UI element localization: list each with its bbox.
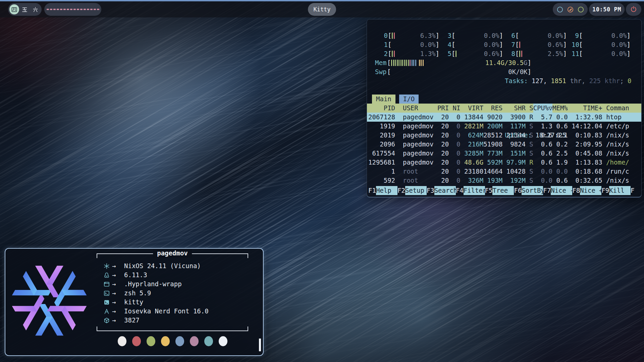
cpu-meter-4: 4[0.0%]	[444, 40, 508, 49]
column-header-pri[interactable]: PRI	[437, 104, 449, 113]
cell-ni: 0	[449, 140, 460, 149]
fn-key-f6[interactable]: F6SortBy	[514, 186, 543, 195]
cpu-meter-9: 9[0.0%]	[572, 31, 635, 40]
cell-mem: 0.0	[552, 113, 568, 122]
process-row[interactable]: 592root200326M193M192MS0.00.60:32.65/nix…	[367, 176, 642, 185]
cell-virt: 2821M	[461, 122, 484, 131]
workspace-6[interactable]	[31, 4, 40, 14]
cell-s: S	[526, 122, 533, 131]
column-header-res[interactable]: RES	[483, 104, 502, 113]
music-dash	[60, 9, 62, 10]
arrow-icon: →	[112, 261, 124, 270]
fn-key-f3[interactable]: F3Search	[427, 186, 456, 195]
cell-pri: 20	[437, 167, 449, 176]
cell-pri: 20	[437, 113, 449, 122]
column-header-cmd[interactable]: Comman	[602, 104, 642, 113]
swap-meter-label: Swp	[375, 67, 387, 76]
fn-key-f2[interactable]: F2Setup	[397, 186, 427, 195]
fn-key-f9[interactable]: F9Kill	[601, 186, 631, 195]
packages-icon	[103, 317, 112, 324]
fn-key-f[interactable]: F	[631, 186, 634, 195]
fn-key-f8[interactable]: F8Nice +	[572, 186, 601, 195]
fn-key-f1[interactable]: F1Help	[368, 186, 397, 195]
nightlight-indicator-icon[interactable]	[567, 6, 574, 13]
workspace-5[interactable]	[20, 4, 30, 14]
cpu-meter-2: 2[1.3%]	[380, 49, 444, 58]
cell-pri: 20	[437, 131, 449, 140]
cell-pri: 20	[437, 176, 449, 185]
arrow-icon: →	[112, 289, 124, 298]
workspace-4[interactable]	[9, 4, 19, 14]
column-header-shr[interactable]: SHR	[502, 104, 526, 113]
process-row[interactable]: 2067128pagedmov2001384490203900R5.70.01:…	[367, 113, 642, 122]
music-dash	[73, 9, 76, 10]
cell-cmd: /home/	[602, 158, 642, 167]
cell-cpu: 0.6	[533, 131, 552, 140]
cell-cmd: /nix/s	[602, 149, 642, 158]
cell-time: 0:18.68	[568, 167, 602, 176]
clock-label: 10:50 PM	[592, 6, 621, 13]
fetch-line-kernel: → 6.11.3	[103, 270, 209, 280]
fetch-line-terminal: → kitty	[103, 298, 209, 307]
column-header-pid[interactable]: PID	[368, 104, 395, 113]
process-row[interactable]: 617554pagedmov2003285M773M151MS0.62.50:4…	[367, 149, 642, 158]
cell-res: 193M	[483, 176, 502, 185]
cell-cmd: /etc/p	[602, 122, 642, 131]
process-row[interactable]: 1root200231801466410428S0.00.00:18.68/ru…	[367, 167, 642, 176]
cell-time: 1:32.98	[568, 113, 602, 122]
music-progress[interactable]	[44, 3, 101, 16]
cpu-meter-8: 8[2.5%]	[508, 49, 572, 58]
htop-window[interactable]: 0[6.3%]3[0.0%]6[0.0%]9[0.0%]1[0.0%]4[0.0…	[367, 19, 642, 198]
battery-indicator-icon[interactable]	[577, 6, 584, 13]
process-row[interactable]: 1295681pagedmov20048.6G592M97.9MR0.61.91…	[367, 158, 642, 167]
network-indicator-icon[interactable]	[556, 6, 564, 13]
fastfetch-window[interactable]: pagedmov → NixOS 24.11 (Vicuna) → 6.11.3	[5, 248, 264, 356]
cell-mem: 1.9	[552, 158, 568, 167]
music-dash	[57, 9, 59, 10]
clock: 10:50 PM	[589, 3, 625, 16]
music-dash	[70, 9, 72, 10]
cpu-meter-11: 11[0.0%]	[572, 49, 635, 58]
tab-io[interactable]: I/O	[399, 95, 419, 104]
cell-pri: 20	[437, 158, 449, 167]
status-bar: Kitty 10:50 PM	[0, 0, 644, 17]
column-header-user[interactable]: USER	[399, 104, 437, 113]
process-row[interactable]: 2019pagedmov200624M2851221344S0.60.10:10…	[367, 131, 642, 140]
power-icon	[630, 6, 637, 13]
cell-time: 0:10.83	[568, 131, 602, 140]
process-row[interactable]: 1919pagedmov2002821M200M117MS1.30.614:12…	[367, 122, 642, 131]
palette-dot	[132, 336, 141, 346]
wm-icon	[103, 281, 112, 288]
column-header-mem[interactable]: MEM%	[552, 104, 568, 113]
window-title-label: Kitty	[313, 6, 330, 13]
cell-ni: 0	[449, 149, 460, 158]
column-header-time[interactable]: TIME+	[568, 104, 602, 113]
column-header-virt[interactable]: VIRT	[461, 104, 484, 113]
process-table-header: PIDUSERPRINIVIRTRESSHRSCPU%▽MEM%TIME+Com…	[367, 104, 642, 113]
column-header-cpu[interactable]: CPU%▽	[533, 104, 552, 113]
cell-s: S	[526, 149, 533, 158]
workspace-switcher[interactable]	[8, 3, 42, 16]
tab-main[interactable]: Main	[372, 95, 395, 104]
process-row[interactable]: 2096pagedmov200216M519089824S0.60.22:09.…	[367, 140, 642, 149]
column-header-s[interactable]: S	[526, 104, 533, 113]
process-table: 2067128pagedmov2001384490203900R5.70.01:…	[367, 113, 642, 185]
fn-key-f4[interactable]: F4Filter	[456, 186, 485, 195]
cell-time: 14:12.04	[568, 122, 602, 131]
cell-virt: 216M	[461, 140, 484, 149]
system-indicators[interactable]	[553, 3, 588, 16]
cell-virt: 624M	[461, 131, 484, 140]
arrow-icon: →	[112, 298, 124, 307]
cell-time: 0:45.08	[568, 149, 602, 158]
fn-key-f5[interactable]: F5Tree	[485, 186, 514, 195]
fetch-line-os: → NixOS 24.11 (Vicuna)	[103, 261, 209, 270]
shell-icon	[103, 290, 112, 297]
cell-mem: 0.2	[552, 140, 568, 149]
music-dash	[90, 9, 93, 10]
column-header-ni[interactable]: NI	[449, 104, 460, 113]
cell-cmd: /nix/s	[602, 131, 642, 140]
power-button[interactable]	[626, 3, 641, 16]
cell-cmd: /nix/s	[602, 140, 642, 149]
fn-key-f7[interactable]: F7Nice -	[543, 186, 572, 195]
music-dash	[94, 9, 96, 10]
